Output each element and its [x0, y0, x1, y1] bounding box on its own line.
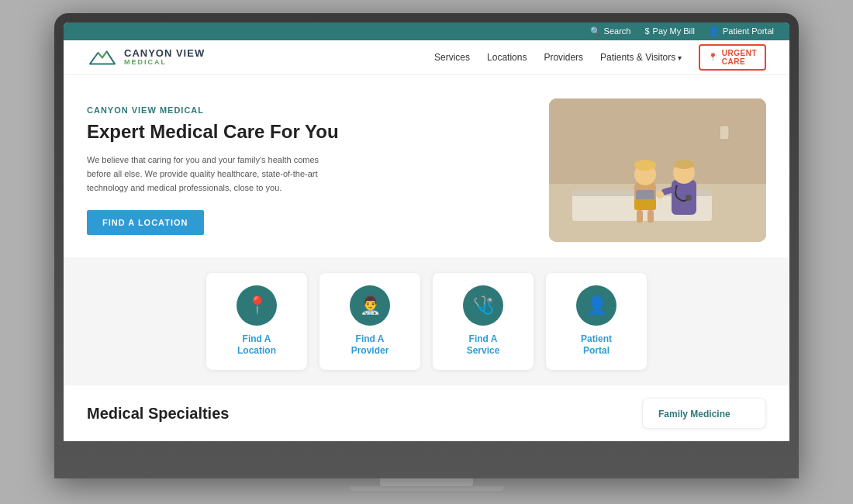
services-link[interactable]: Services: [434, 52, 470, 63]
logo-icon: [87, 46, 118, 69]
logo-name: CANYON VIEW: [124, 48, 205, 59]
nav-links: Services Locations Providers Patients & …: [434, 44, 766, 71]
portal-icon: 👤: [586, 295, 607, 316]
find-location-label: Find ALocation: [237, 333, 276, 357]
svg-rect-11: [634, 199, 656, 210]
locations-link[interactable]: Locations: [487, 52, 527, 63]
specialty-card[interactable]: Family Medicine: [642, 398, 766, 429]
svg-rect-13: [648, 210, 654, 223]
find-service-card[interactable]: 🩺 Find AService: [433, 273, 534, 370]
urgent-care-button[interactable]: 📍 URGENTCARE: [699, 44, 766, 71]
logo-sub: MEDICAL: [124, 59, 205, 67]
quick-links-section: 📍 Find ALocation 👨‍⚕️ Find AProvider 🩺 F…: [64, 257, 789, 385]
svg-point-9: [634, 160, 656, 171]
location-icon: 📍: [247, 295, 268, 316]
find-location-button[interactable]: FIND A LOCATION: [87, 210, 204, 235]
find-service-label: Find AService: [467, 333, 500, 357]
chevron-down-icon: [678, 52, 682, 63]
stethoscope-icon: 🩺: [473, 295, 494, 316]
hero-content: CANYON VIEW MEDICAL Expert Medical Care …: [87, 105, 526, 236]
specialties-title: Medical Specialties: [87, 405, 627, 423]
search-link[interactable]: 🔍 Search: [590, 26, 631, 36]
providers-link[interactable]: Providers: [544, 52, 583, 63]
hero-body: We believe that caring for you and your …: [87, 154, 335, 195]
svg-rect-4: [720, 126, 729, 140]
svg-rect-12: [637, 210, 643, 223]
svg-rect-14: [672, 180, 696, 215]
dollar-icon: $: [644, 26, 649, 36]
specialties-section: Medical Specialties Family Medicine: [64, 385, 789, 441]
specialty-name: Family Medicine: [658, 409, 730, 419]
pin-icon: 📍: [708, 53, 718, 61]
search-label: Search: [604, 26, 631, 36]
user-icon: 👤: [709, 26, 720, 36]
patient-portal-card[interactable]: 👤 PatientPortal: [546, 273, 647, 370]
navigation: CANYON VIEW MEDICAL Services Locations P…: [64, 40, 789, 75]
find-provider-card[interactable]: 👨‍⚕️ Find AProvider: [319, 273, 420, 370]
patient-portal-label: Patient Portal: [723, 26, 774, 36]
laptop-feet: [349, 486, 504, 491]
service-icon-circle: 🩺: [463, 285, 503, 326]
svg-point-19: [656, 191, 664, 198]
hero-title: Expert Medical Care For You: [87, 121, 526, 143]
patient-portal-quick-label: PatientPortal: [581, 333, 612, 357]
svg-rect-3: [549, 98, 766, 184]
hero-section: CANYON VIEW MEDICAL Expert Medical Care …: [64, 75, 789, 257]
pay-bill-label: Pay My Bill: [653, 26, 695, 36]
top-bar: 🔍 Search $ Pay My Bill 👤 Patient Portal: [64, 22, 789, 40]
patient-portal-link[interactable]: 👤 Patient Portal: [709, 26, 774, 36]
svg-point-17: [686, 195, 692, 201]
provider-icon-circle: 👨‍⚕️: [350, 285, 390, 326]
provider-icon: 👨‍⚕️: [360, 295, 381, 316]
patients-visitors-link[interactable]: Patients & Visitors: [600, 52, 682, 63]
svg-point-16: [674, 160, 694, 169]
hero-eyebrow: CANYON VIEW MEDICAL: [87, 105, 526, 115]
search-icon: 🔍: [590, 26, 601, 36]
laptop-stand: [380, 478, 473, 486]
urgent-care-label: URGENTCARE: [722, 49, 757, 66]
find-provider-label: Find AProvider: [351, 333, 389, 357]
find-location-card[interactable]: 📍 Find ALocation: [206, 273, 307, 370]
pay-bill-link[interactable]: $ Pay My Bill: [644, 26, 695, 36]
logo[interactable]: CANYON VIEW MEDICAL: [87, 46, 205, 69]
portal-icon-circle: 👤: [576, 285, 616, 326]
hero-image: [549, 98, 766, 242]
location-icon-circle: 📍: [237, 285, 277, 326]
